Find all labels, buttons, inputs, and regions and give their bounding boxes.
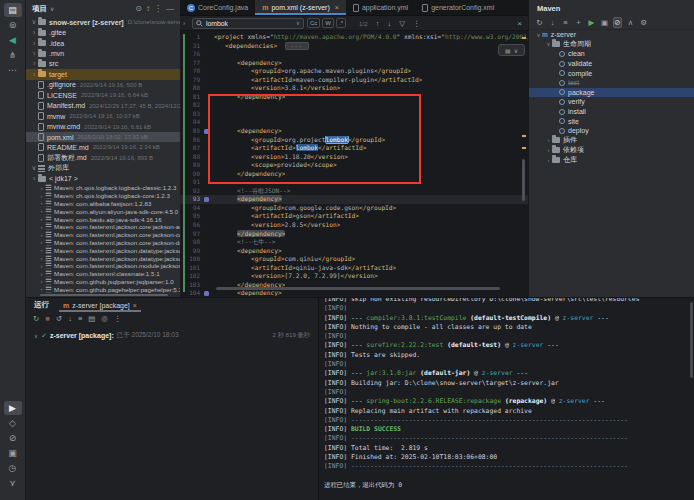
code-line[interactable]: 87<artifactId>lombok</artifactId>	[180, 144, 528, 153]
maven-node-row[interactable]: ›依赖项	[529, 145, 694, 155]
editor-tab[interactable]: application.yml	[346, 0, 415, 15]
skip-tests-icon[interactable]: ⊘	[613, 17, 622, 28]
editor-vscrollbar[interactable]	[522, 159, 525, 201]
project-hscrollbar[interactable]	[40, 294, 168, 296]
code-line[interactable]: 31<dependencies> ···	[180, 42, 528, 51]
tree-root-row[interactable]: ∨snow-server [z-server]D:\clone\snow-ser…	[26, 17, 180, 27]
more-tools-icon[interactable]: ⋯	[4, 63, 22, 77]
maven-goal-site[interactable]: site	[529, 116, 694, 126]
tree-folder-row[interactable]: ›src	[26, 59, 180, 69]
code-line[interactable]: 97</dependency>	[180, 230, 528, 239]
rerun-icon[interactable]: ↻	[33, 314, 39, 323]
refresh-icon[interactable]: ↻	[535, 18, 544, 27]
library-row[interactable]: ›Maven: com.github.pagehelper:pagehelper…	[26, 285, 180, 293]
library-row[interactable]: ›Maven: com.fasterxml.jackson.module:jac…	[26, 262, 180, 270]
soft-wrap-icon[interactable]: ≡	[78, 314, 82, 323]
problems-icon[interactable]: ⊘	[4, 431, 22, 445]
clear-all-icon[interactable]: ▤	[88, 314, 95, 323]
find-toggle-W[interactable]: W	[322, 18, 334, 28]
tree-file-row[interactable]: LICENSE2022/9/14 19:16, 6.64 kB	[26, 90, 180, 100]
editor-inspection-widget[interactable]: ▤ ∨	[498, 44, 525, 56]
search-input[interactable]: lombok ∨	[192, 18, 304, 29]
execute-goal-icon[interactable]: ▣	[600, 18, 609, 27]
jdk-row[interactable]: ›< jdk17 >	[26, 174, 180, 184]
library-row[interactable]: ›Maven: com.alibaba:fastjson:1.2.83	[26, 200, 180, 208]
project-panel-title[interactable]: 项目	[32, 4, 47, 14]
tree-file-row[interactable]: mvnw2022/9/14 19:16, 10.07 kB	[26, 111, 180, 121]
close-icon[interactable]: ×	[133, 302, 137, 309]
previous-match-icon[interactable]: ↑	[376, 19, 380, 28]
search-history-icon[interactable]: ∨	[296, 20, 300, 26]
library-row[interactable]: ›Maven: com.baidu.aip:java-sdk:4.16.16	[26, 215, 180, 223]
code-line[interactable]: 100<groupId>com.qiniu</groupId>	[180, 255, 528, 264]
library-row[interactable]: ›Maven: com.fasterxml.jackson.datatype:j…	[26, 254, 180, 262]
library-row[interactable]: ›Maven: com.github.jsqlparser:jsqlparser…	[26, 278, 180, 286]
code-line[interactable]: 91	[180, 178, 528, 187]
code-line[interactable]: 94<groupId>com.google.code.gson</groupId…	[180, 204, 528, 213]
library-row[interactable]: ›Maven: com.aliyun:aliyun-java-sdk-core:…	[26, 207, 180, 215]
maven-goal-clean[interactable]: clean	[529, 49, 694, 59]
run-goal-icon[interactable]: ▶	[587, 18, 596, 27]
code-line[interactable]: 92<!--谷歌JSON-->	[180, 187, 528, 196]
code-line[interactable]: 98<!--七牛-->	[180, 238, 528, 247]
expand-replace-icon[interactable]: ›	[183, 20, 189, 27]
editor-tab[interactable]: CCoreConfig.java	[180, 0, 255, 15]
code-line[interactable]: 96<version>2.8.5</version>	[180, 221, 528, 230]
editor-tab[interactable]: generatorConfig.xml	[415, 0, 501, 15]
library-row[interactable]: ›Maven: ch.qos.logback:logback-core:1.2.…	[26, 192, 180, 200]
code-line[interactable]: 95<artifactId>gson</artifactId>	[180, 212, 528, 221]
maven-goal-test[interactable]: test	[529, 78, 694, 88]
filter-icon[interactable]: ▽	[399, 19, 405, 28]
commit-icon[interactable]: ⊚	[4, 18, 22, 32]
terminal-icon[interactable]: ▣	[4, 446, 22, 460]
stop-icon[interactable]: ■	[45, 314, 50, 323]
pull-changes-icon[interactable]: ◀	[4, 33, 22, 47]
maven-node-row[interactable]: ›插件	[529, 136, 694, 146]
tree-folder-row[interactable]: ›.idea	[26, 38, 180, 48]
structure-icon[interactable]: ⋔	[4, 48, 22, 62]
maven-goal-compile[interactable]: compile	[529, 68, 694, 78]
next-match-icon[interactable]: ↓	[387, 19, 391, 28]
code-line[interactable]: 78<groupId>org.apache.maven.plugins</gro…	[180, 67, 528, 76]
library-row[interactable]: ›Maven: com.fasterxml.jackson.core:jacks…	[26, 239, 180, 247]
more-options-icon[interactable]: ⋮	[413, 19, 421, 28]
maven-lifecycle-row[interactable]: ∨生命周期	[529, 40, 694, 50]
code-line[interactable]: 88<version>1.18.20</version>	[180, 153, 528, 162]
find-toggle-[interactable]: .*	[336, 18, 346, 28]
code-line[interactable]: 101<artifactId>qiniu-java-sdk</artifactI…	[180, 264, 528, 273]
tree-file-row[interactable]: 部署教程.md2022/9/14 19:16, 893 B	[26, 153, 180, 163]
code-line[interactable]: 85<dependency>	[180, 127, 528, 136]
locate-file-icon[interactable]: ⊙	[135, 4, 142, 13]
restart-build-icon[interactable]: ↺	[56, 314, 62, 323]
git-branch-icon[interactable]: ⋎	[4, 476, 22, 490]
code-line[interactable]: 89<scope>provided</scope>	[180, 161, 528, 170]
tree-folder-row[interactable]: ›target	[26, 69, 180, 79]
library-row[interactable]: ›Maven: ch.qos.logback:logback-classic:1…	[26, 184, 180, 192]
library-row[interactable]: ›Maven: com.fasterxml.jackson.datatype:j…	[26, 246, 180, 254]
maven-root-row[interactable]: ∨mz-server	[529, 30, 694, 40]
tree-file-row[interactable]: pom.xml2025/2/10 18:02, 17.93 kB	[26, 132, 180, 142]
code-line[interactable]: 81</dependency>	[180, 93, 528, 102]
code-line[interactable]: 80<version>3.8.1</version>	[180, 84, 528, 93]
code-line[interactable]: 76	[180, 50, 528, 59]
services-icon[interactable]: ◇	[4, 416, 22, 430]
settings-icon[interactable]: ⚙	[639, 18, 648, 27]
tree-folder-row[interactable]: ›.mvn	[26, 48, 180, 58]
library-row[interactable]: ›Maven: com.fasterxml.jackson.core:jacks…	[26, 223, 180, 231]
scroll-to-end-icon[interactable]: ↓	[68, 314, 72, 323]
add-config-icon[interactable]: +	[574, 18, 583, 27]
profiles-icon[interactable]: ≡	[561, 18, 570, 27]
tree-folder-row[interactable]: ›.gitee	[26, 27, 180, 37]
tree-file-row[interactable]: Manifest.md2024/12/29 17:27, 45 B, 2024/…	[26, 101, 180, 111]
code-line[interactable]: 104<dependency>	[180, 289, 528, 296]
chevron-down-icon[interactable]: ∨	[34, 333, 38, 339]
collapse-all-icon[interactable]: ∧	[626, 18, 635, 27]
close-icon[interactable]: ×	[335, 4, 339, 11]
find-toggle-Cc[interactable]: Cc	[307, 18, 320, 28]
code-line[interactable]: 83	[180, 110, 528, 119]
code-line[interactable]: 102<version>[7.2.0, 7.2.99]</version>	[180, 272, 528, 281]
pin-icon[interactable]: ◎	[101, 314, 108, 323]
code-line[interactable]: 84	[180, 118, 528, 127]
code-line[interactable]: 93<dependency>	[180, 195, 528, 204]
run-result-node[interactable]: ∨ ✓ z-server [package]: 已于 2025/2/10 18:…	[26, 331, 318, 340]
